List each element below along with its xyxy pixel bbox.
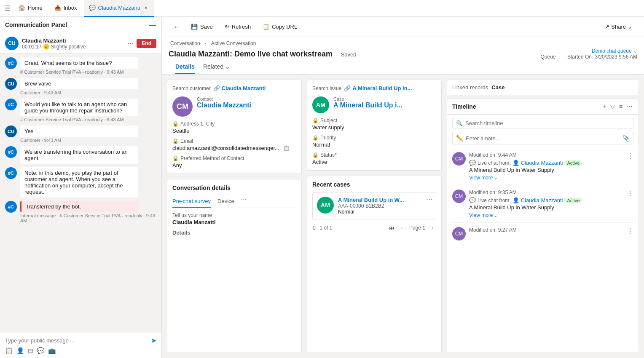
note-input-row: ✏️ 📎 bbox=[452, 132, 633, 144]
timeline-entry: CM Modified on: 9:44 AM 💬 Live chat from… bbox=[452, 148, 633, 185]
msg-bubble: Yes bbox=[20, 126, 138, 137]
search-issue-link[interactable]: 🔗 A Mineral Build Up in... bbox=[344, 85, 412, 91]
person-icon[interactable]: 👤 bbox=[16, 347, 24, 355]
inbox-tab[interactable]: 📥 Inbox bbox=[49, 0, 82, 17]
pencil-icon: ✏️ bbox=[456, 135, 463, 142]
entry-more-btn[interactable]: ⋮ bbox=[627, 227, 633, 235]
chat-bubble-icon[interactable]: 💬 bbox=[37, 347, 45, 355]
email-label: 🔒 Email bbox=[172, 138, 296, 144]
screen-icon[interactable]: 📺 bbox=[48, 347, 56, 355]
case-item-id: AAA-00000-B2B2B2 bbox=[338, 203, 432, 209]
msg-bubble: Brew valve bbox=[20, 78, 138, 89]
page-saved: - Saved bbox=[338, 51, 357, 58]
home-tab[interactable]: 🏠 Home bbox=[13, 0, 48, 17]
conv-tabs-more[interactable]: ··· bbox=[241, 195, 247, 208]
refresh-btn[interactable]: ↻ Refresh bbox=[220, 21, 256, 32]
chat-input-area: ➤ 📋 👤 ⊟ 💬 📺 bbox=[0, 333, 161, 358]
send-btn[interactable]: ➤ bbox=[151, 337, 156, 345]
back-btn[interactable]: ← bbox=[169, 21, 184, 32]
case-item-info: A Mineral Build Up in W... AAA-00000-B2B… bbox=[338, 197, 432, 215]
status-field: 🔒 Status* Active bbox=[312, 152, 436, 165]
agent-more-btn[interactable]: ··· bbox=[126, 39, 135, 48]
conversation-details-card: Conversation details Pre-chat survey Dev… bbox=[167, 179, 302, 353]
agent-name: Claudia Mazzanti bbox=[22, 37, 123, 44]
attach-icon[interactable]: 📎 bbox=[623, 135, 630, 142]
status-label: 🔒 Status* bbox=[312, 152, 436, 158]
left-column: Search customer 🔗 Claudia Mazzanti CM Co… bbox=[167, 80, 302, 353]
minimize-chat-icon[interactable]: ⊟ bbox=[28, 347, 33, 355]
save-icon: 💾 bbox=[191, 24, 198, 30]
note-icon[interactable]: 📋 bbox=[5, 347, 13, 355]
bot-avatar: #C bbox=[5, 201, 17, 213]
entry-more-btn[interactable]: ⋮ bbox=[627, 190, 633, 198]
timeline-view-btn[interactable]: ≡ bbox=[618, 102, 623, 111]
pre-chat-tab[interactable]: Pre-chat survey bbox=[172, 195, 211, 208]
timeline-panel: Linked records Case Timeline + ▽ ≡ ⋯ bbox=[447, 80, 639, 353]
tab-close-btn[interactable]: ✕ bbox=[142, 5, 149, 11]
priority-label: 🔒 Priority bbox=[312, 135, 436, 141]
link-icon: 🔗 bbox=[213, 85, 220, 91]
device-tab[interactable]: Device bbox=[217, 195, 234, 208]
entry-status: Active bbox=[564, 160, 582, 166]
note-input[interactable] bbox=[466, 135, 623, 142]
timeline-entry: CM Modified on: 9:35 AM 💬 Live chat from… bbox=[452, 185, 633, 223]
timeline-more-btn[interactable]: ⋯ bbox=[626, 102, 633, 111]
inbox-icon: 📥 bbox=[54, 5, 61, 11]
entry-content: Modified on: 9:27 AM bbox=[469, 227, 623, 235]
list-item: #C Great. What seems to be the issue? # … bbox=[5, 57, 156, 75]
lock-icon: 🔒 bbox=[312, 118, 319, 123]
linked-records-label: Linked records bbox=[452, 84, 488, 91]
case-name[interactable]: A Mineral Build Up i... bbox=[333, 102, 402, 109]
share-btn[interactable]: ↗ Share ⌄ bbox=[600, 21, 637, 32]
timeline-search-input[interactable] bbox=[465, 120, 630, 126]
view-more-btn[interactable]: View more ⌄ bbox=[469, 175, 623, 181]
list-item: #C Would you like to talk to an agent wh… bbox=[5, 99, 156, 122]
search-icon: 🔍 bbox=[456, 120, 463, 126]
link-icon: 🔗 bbox=[344, 85, 351, 91]
tab-details[interactable]: Details bbox=[175, 60, 195, 74]
content-tabs: Details Related ⌄ bbox=[169, 60, 637, 74]
timeline-header: Timeline + ▽ ≡ ⋯ bbox=[447, 99, 639, 115]
msg-content: Great. What seems to be the issue? # Cus… bbox=[20, 57, 156, 75]
lock-icon: 🔒 bbox=[172, 155, 179, 161]
chat-input[interactable] bbox=[5, 337, 148, 344]
msg-meta: # Customer Service Trial PVA - readonly … bbox=[20, 69, 156, 75]
view-more-btn[interactable]: View more ⌄ bbox=[469, 212, 623, 218]
case-avatar: AM bbox=[312, 96, 329, 113]
minimize-btn[interactable]: — bbox=[149, 21, 156, 29]
entry-title: 💬 Live chat from: 👤 Claudia Mazzanti Act… bbox=[469, 197, 623, 203]
tab-related[interactable]: Related ⌄ bbox=[203, 60, 230, 74]
subject-field: 🔒 Subject Water supply bbox=[312, 118, 436, 131]
msg-content: Brew valve Customer · 9:43 AM bbox=[20, 78, 156, 95]
lock-icon: 🔒 bbox=[172, 121, 179, 127]
copy-email-btn[interactable]: 📋 bbox=[283, 145, 290, 151]
msg-content: Would you like to talk to an agent who c… bbox=[20, 99, 156, 122]
contact-inner: CM Contact Claudia Mazzanti bbox=[172, 96, 296, 117]
expand-icon[interactable]: ⌄ bbox=[633, 48, 637, 54]
entry-more-btn[interactable]: ⋮ bbox=[627, 152, 633, 160]
first-page-btn[interactable]: ⏮ bbox=[387, 224, 397, 232]
contact-name[interactable]: Claudia Mazzanti bbox=[197, 102, 251, 109]
case-item-name[interactable]: A Mineral Build Up in W... bbox=[338, 197, 432, 203]
copy-url-btn[interactable]: 📋 Copy URL bbox=[258, 21, 302, 32]
preferred-contact-label: 🔒 Preferred Method of Contact bbox=[172, 155, 296, 161]
case-label: Case bbox=[333, 96, 402, 102]
end-btn[interactable]: End bbox=[137, 39, 156, 48]
active-tab[interactable]: 💬 Claudia Mazzanti ✕ bbox=[84, 0, 155, 17]
timeline-filter-btn[interactable]: ▽ bbox=[609, 102, 616, 111]
save-btn[interactable]: 💾 Save bbox=[186, 21, 218, 32]
content-area: Search customer 🔗 Claudia Mazzanti CM Co… bbox=[162, 75, 644, 358]
prev-page-btn[interactable]: ← bbox=[398, 224, 408, 232]
chat-toolbar: 📋 👤 ⊟ 💬 📺 bbox=[5, 345, 156, 355]
entry-meta: Modified on: 9:35 AM bbox=[469, 190, 623, 195]
search-customer-link[interactable]: 🔗 Claudia Mazzanti bbox=[213, 85, 266, 91]
next-page-btn[interactable]: → bbox=[427, 224, 436, 232]
refresh-icon: ↻ bbox=[225, 24, 229, 30]
menu-icon[interactable]: ☰ bbox=[3, 4, 12, 13]
list-item: CU Brew valve Customer · 9:43 AM bbox=[5, 78, 156, 95]
recent-cases-card: Recent cases AM A Mineral Build Up in W.… bbox=[307, 176, 442, 353]
agent-avatar: CU bbox=[5, 37, 19, 50]
person-icon: 👤 bbox=[513, 197, 519, 203]
case-more-btn[interactable]: ⋯ bbox=[427, 196, 432, 202]
timeline-add-btn[interactable]: + bbox=[602, 102, 607, 111]
